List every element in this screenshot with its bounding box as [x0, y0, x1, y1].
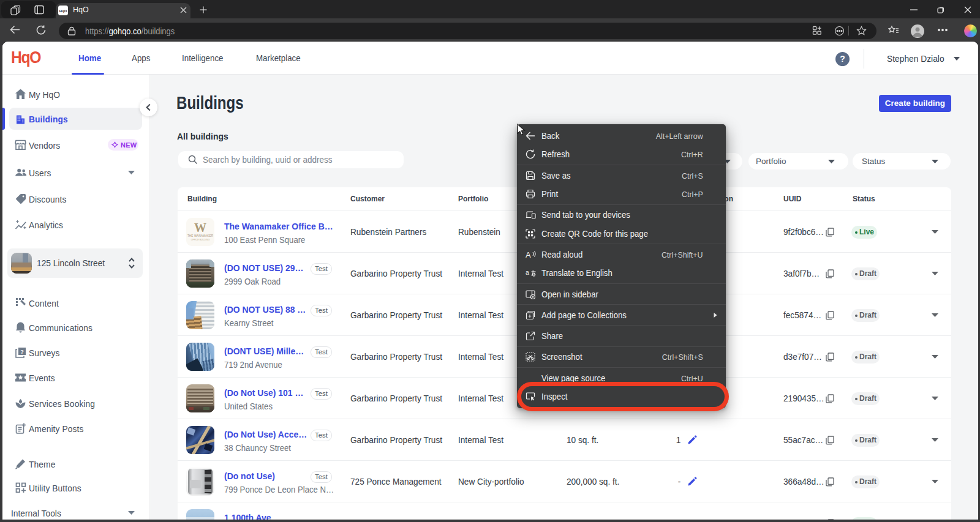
svg-text:HqO: HqO [59, 9, 67, 13]
svg-text:a: a [526, 269, 529, 276]
svg-text:?: ? [20, 349, 24, 355]
svg-text:A: A [526, 250, 531, 259]
